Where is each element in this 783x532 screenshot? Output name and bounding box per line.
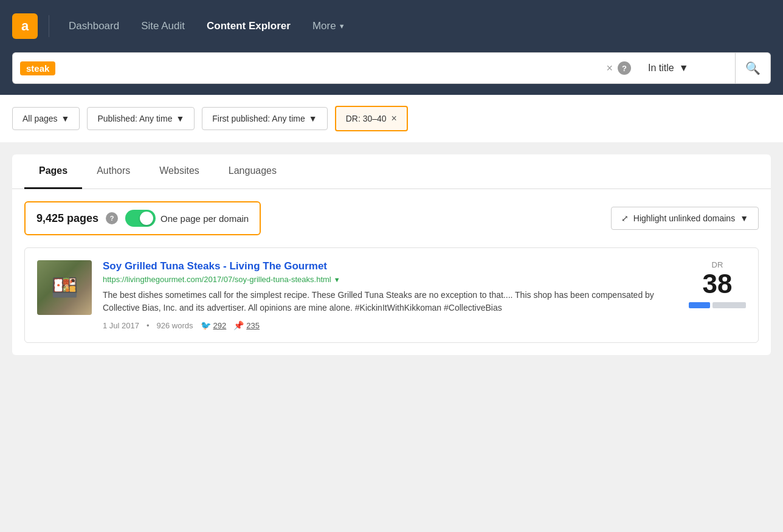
- twitter-icon: 🐦: [201, 320, 211, 330]
- twitter-count: 292: [213, 321, 227, 330]
- highlight-unlinked-button[interactable]: ⤢ Highlight unlinked domains ▼: [611, 207, 759, 230]
- filters-row: All pages ▼ Published: Any time ▼ First …: [0, 95, 783, 142]
- search-input[interactable]: [60, 63, 606, 74]
- nav-content-explorer[interactable]: Content Explorer: [198, 16, 299, 36]
- result-url[interactable]: https://livingthegourmet.com/2017/07/soy…: [103, 275, 678, 284]
- tab-pages[interactable]: Pages: [24, 154, 82, 189]
- tab-languages[interactable]: Languages: [214, 154, 291, 189]
- chevron-down-icon: ▼: [309, 114, 317, 123]
- search-icon: 🔍: [745, 61, 761, 75]
- dr-label: DR: [689, 260, 746, 269]
- url-dropdown-icon: ▼: [334, 276, 340, 283]
- result-words: 926 words: [157, 321, 193, 330]
- dr-bar-empty: [712, 302, 746, 308]
- tabs-container: Pages Authors Websites Languages: [12, 154, 771, 189]
- pinterest-icon: 📌: [233, 320, 244, 330]
- clear-icon[interactable]: ×: [606, 62, 613, 75]
- dropdown-chevron-icon: ▼: [679, 63, 689, 74]
- first-published-filter[interactable]: First published: Any time ▼: [202, 107, 327, 130]
- help-icon[interactable]: ?: [618, 61, 631, 75]
- search-bar: steak × ? In title ▼ 🔍: [0, 52, 783, 95]
- toggle-knob: [140, 212, 153, 225]
- tab-websites[interactable]: Websites: [145, 154, 214, 189]
- result-description: The best dishes sometimes call for the s…: [103, 289, 678, 314]
- nav-site-audit[interactable]: Site Audit: [133, 16, 193, 36]
- chevron-down-icon: ▼: [61, 114, 70, 123]
- result-main: Soy Grilled Tuna Steaks - Living The Gou…: [103, 260, 678, 330]
- pages-count: 9,425 pages: [36, 212, 98, 225]
- pinterest-social: 📌 235: [233, 320, 260, 330]
- dr-value: 38: [689, 269, 746, 299]
- result-meta: 1 Jul 2017 • 926 words 🐦 292 📌 235: [103, 320, 678, 330]
- results-panel: 9,425 pages ? One page per domain ⤢ High…: [12, 189, 771, 355]
- top-navigation: a Dashboard Site Audit Content Explorer …: [0, 0, 783, 52]
- per-domain-toggle[interactable]: [125, 210, 156, 227]
- result-title[interactable]: Soy Grilled Tuna Steaks - Living The Gou…: [103, 260, 678, 272]
- all-pages-filter[interactable]: All pages ▼: [12, 107, 80, 130]
- logo[interactable]: a: [12, 13, 38, 39]
- thumbnail-image: [37, 260, 92, 315]
- twitter-social: 🐦 292: [201, 320, 227, 330]
- dr-bar: [689, 302, 746, 308]
- main-content: Pages Authors Websites Languages 9,425 p…: [0, 142, 783, 367]
- per-domain-label: One page per domain: [160, 213, 249, 224]
- highlight-icon: ⤢: [621, 213, 629, 223]
- result-thumbnail: [37, 260, 92, 315]
- chevron-down-icon: ▼: [339, 22, 345, 30]
- published-filter[interactable]: Published: Any time ▼: [87, 107, 195, 130]
- tab-authors[interactable]: Authors: [82, 154, 145, 189]
- dr-filter[interactable]: DR: 30–40 ×: [335, 106, 408, 131]
- stats-box: 9,425 pages ? One page per domain: [24, 201, 261, 235]
- search-input-wrapper: steak × ?: [12, 52, 638, 84]
- nav-divider: [49, 15, 49, 37]
- search-button[interactable]: 🔍: [736, 52, 771, 84]
- result-card: Soy Grilled Tuna Steaks - Living The Gou…: [24, 247, 759, 343]
- meta-dot: •: [147, 321, 150, 330]
- pinterest-count: 235: [246, 321, 260, 330]
- search-mode-dropdown[interactable]: In title ▼: [638, 52, 736, 84]
- nav-dashboard[interactable]: Dashboard: [60, 16, 128, 36]
- dr-filter-close-icon[interactable]: ×: [392, 113, 397, 124]
- search-tag: steak: [20, 61, 55, 75]
- dr-panel: DR 38: [689, 260, 746, 308]
- nav-more[interactable]: More ▼: [304, 16, 354, 36]
- dr-bar-fill: [689, 302, 710, 308]
- stats-row: 9,425 pages ? One page per domain ⤢ High…: [24, 201, 759, 235]
- pages-count-help-icon[interactable]: ?: [106, 212, 118, 224]
- search-icons: × ?: [606, 61, 631, 75]
- chevron-down-icon: ▼: [176, 114, 184, 123]
- toggle-wrapper: One page per domain: [125, 210, 249, 227]
- result-date: 1 Jul 2017: [103, 321, 139, 330]
- chevron-down-icon: ▼: [740, 213, 748, 223]
